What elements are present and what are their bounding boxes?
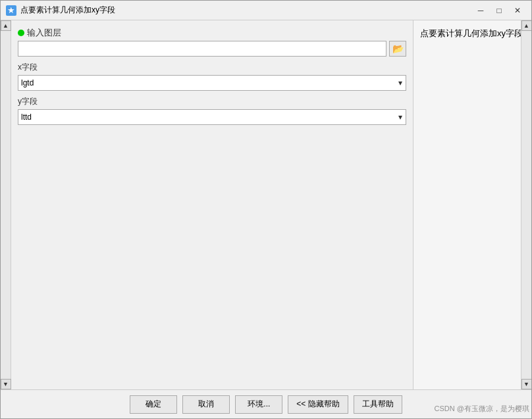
input-layer-label: 输入图层 [18,27,406,39]
y-field-wrapper: lttd [18,109,406,125]
content-area [18,130,406,383]
required-dot [18,30,24,36]
help-title: 点要素计算几何添加xy字段 [420,27,525,40]
x-field-select[interactable]: lgtd [18,75,406,91]
window-body: ▲ ▼ 输入图层 📂 x字段 [1,20,531,389]
right-scroll-down[interactable]: ▼ [521,379,532,389]
x-field-label: x字段 [18,62,406,73]
right-scroll-up[interactable]: ▲ [521,20,532,31]
right-panel-content: 点要素计算几何添加xy字段 [420,27,525,383]
left-scrollbar: ▲ ▼ [1,20,11,389]
main-panel: 输入图层 📂 x字段 lgtd [11,20,413,389]
right-scrollbar: ▲ ▼ [521,20,531,389]
input-layer-field[interactable] [18,41,386,57]
folder-icon: 📂 [392,43,404,54]
input-layer-section: 输入图层 📂 [18,27,406,57]
main-window: ★ 点要素计算几何添加xy字段 ─ □ ✕ ▲ ▼ 输入图层 [0,0,532,419]
cancel-button[interactable]: 取消 [182,395,230,414]
x-field-wrapper: lgtd [18,75,406,91]
tool-help-button[interactable]: 工具帮助 [354,395,402,414]
y-field-section: y字段 lttd [18,96,406,125]
maximize-button[interactable]: □ [491,3,508,18]
y-field-select[interactable]: lttd [18,109,406,125]
window-title: 点要素计算几何添加xy字段 [20,5,472,16]
scroll-track-left [1,31,11,379]
title-bar: ★ 点要素计算几何添加xy字段 ─ □ ✕ [1,1,531,20]
minimize-button[interactable]: ─ [472,3,489,18]
right-panel: 点要素计算几何添加xy字段 ▲ ▼ [413,20,531,389]
right-scroll-track [521,31,531,379]
y-field-label: y字段 [18,96,406,107]
scroll-up-arrow[interactable]: ▲ [1,20,11,31]
close-button[interactable]: ✕ [509,3,526,18]
window-icon: ★ [6,5,16,16]
browse-button[interactable]: 📂 [389,41,406,57]
watermark-text: CSDN @有玉微凉，是为樱琪 [435,404,529,414]
title-bar-buttons: ─ □ ✕ [472,3,526,18]
confirm-button[interactable]: 确定 [130,395,177,414]
x-field-section: x字段 lgtd [18,62,406,91]
hide-help-button[interactable]: << 隐藏帮助 [288,395,348,414]
footer: 确定 取消 环境... << 隐藏帮助 工具帮助 CSDN @有玉微凉，是为樱琪 [1,389,531,418]
scroll-down-arrow[interactable]: ▼ [1,379,11,389]
input-layer-row: 📂 [18,41,406,57]
env-button[interactable]: 环境... [235,395,282,414]
